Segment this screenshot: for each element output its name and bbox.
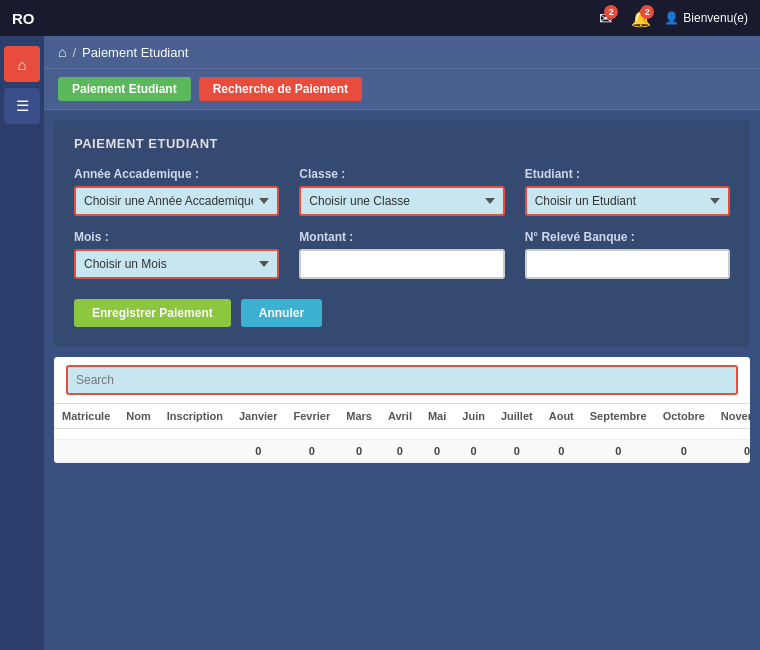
brand-logo: RO (12, 10, 35, 27)
etudiant-label: Etudiant : (525, 167, 730, 181)
table-footer-row: 0 0 0 0 0 0 0 0 0 0 0 (54, 440, 750, 463)
releve-label: N° Relevé Banque : (525, 230, 730, 244)
main-content: ⌂ / Paiement Etudiant Paiement Etudiant … (44, 36, 760, 650)
home-icon[interactable]: ⌂ (58, 44, 66, 60)
sidebar: ⌂ ☰ (0, 36, 44, 650)
enregistrer-button[interactable]: Enregistrer Paiement (74, 299, 231, 327)
user-label: Bienvenu(e) (683, 11, 748, 25)
etudiant-field-group: Etudiant : Choisir un Etudiant (525, 167, 730, 216)
releve-input[interactable] (525, 249, 730, 279)
col-octobre: Octobre (655, 404, 713, 429)
action-buttons: Enregistrer Paiement Annuler (74, 299, 730, 327)
col-inscription: Inscription (159, 404, 231, 429)
col-nom: Nom (118, 404, 158, 429)
montant-input[interactable] (299, 249, 504, 279)
col-septembre: Septembre (582, 404, 655, 429)
mois-field-group: Mois : Choisir un Mois (74, 230, 279, 279)
annee-select[interactable]: Choisir une Année Accademique (74, 186, 279, 216)
annee-label: Année Accademique : (74, 167, 279, 181)
user-icon: 👤 (664, 11, 679, 25)
table-header-row: Matricule Nom Inscription Janvier Fevrie… (54, 404, 750, 429)
alerts-badge: 2 (640, 5, 654, 19)
col-novembre: Novemb... (713, 404, 750, 429)
col-juillet: Juillet (493, 404, 541, 429)
form-grid: Année Accademique : Choisir une Année Ac… (74, 167, 730, 279)
col-juin: Juin (454, 404, 493, 429)
alerts-icon[interactable]: 🔔 2 (628, 5, 654, 31)
classe-select[interactable]: Choisir une Classe (299, 186, 504, 216)
table-toolbar (54, 357, 750, 403)
breadcrumb: ⌂ / Paiement Etudiant (44, 36, 760, 69)
table-row (54, 429, 750, 440)
col-avril: Avril (380, 404, 420, 429)
topnav-right: ✉ 2 🔔 2 👤 Bienvenu(e) (592, 5, 748, 31)
montant-label: Montant : (299, 230, 504, 244)
search-input[interactable] (66, 365, 738, 395)
form-section: PAIEMENT ETUDIANT Année Accademique : Ch… (54, 120, 750, 347)
layout: ⌂ ☰ ⌂ / Paiement Etudiant Paiement Etudi… (0, 36, 760, 650)
data-table: Matricule Nom Inscription Janvier Fevrie… (54, 403, 750, 463)
col-fevrier: Fevrier (286, 404, 339, 429)
col-mars: Mars (338, 404, 380, 429)
table-section: Matricule Nom Inscription Janvier Fevrie… (54, 357, 750, 463)
montant-field-group: Montant : (299, 230, 504, 279)
sidebar-home[interactable]: ⌂ (4, 46, 40, 82)
tab-bar: Paiement Etudiant Recherche de Paiement (44, 69, 760, 110)
releve-field-group: N° Relevé Banque : (525, 230, 730, 279)
breadcrumb-current: Paiement Etudiant (82, 45, 188, 60)
col-aout: Aout (541, 404, 582, 429)
topnav: RO ✉ 2 🔔 2 👤 Bienvenu(e) (0, 0, 760, 36)
annee-field-group: Année Accademique : Choisir une Année Ac… (74, 167, 279, 216)
sidebar-menu-1[interactable]: ☰ (4, 88, 40, 124)
col-janvier: Janvier (231, 404, 286, 429)
form-title: PAIEMENT ETUDIANT (74, 136, 730, 151)
classe-field-group: Classe : Choisir une Classe (299, 167, 504, 216)
notifications-icon[interactable]: ✉ 2 (592, 5, 618, 31)
notifications-badge: 2 (604, 5, 618, 19)
col-mai: Mai (420, 404, 454, 429)
breadcrumb-separator: / (72, 45, 76, 60)
col-matricule: Matricule (54, 404, 118, 429)
classe-label: Classe : (299, 167, 504, 181)
tab-paiement-etudiant[interactable]: Paiement Etudiant (58, 77, 191, 101)
user-menu[interactable]: 👤 Bienvenu(e) (664, 11, 748, 25)
mois-select[interactable]: Choisir un Mois (74, 249, 279, 279)
annuler-button[interactable]: Annuler (241, 299, 322, 327)
tab-recherche-paiement[interactable]: Recherche de Paiement (199, 77, 362, 101)
mois-label: Mois : (74, 230, 279, 244)
etudiant-select[interactable]: Choisir un Etudiant (525, 186, 730, 216)
